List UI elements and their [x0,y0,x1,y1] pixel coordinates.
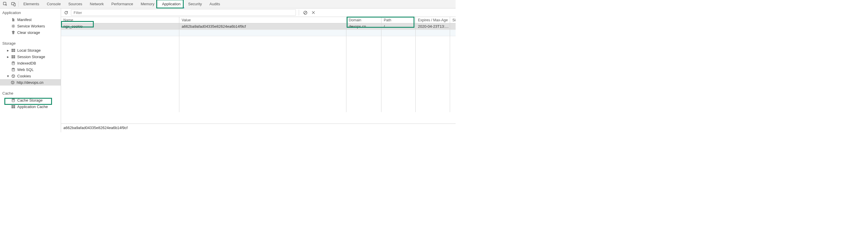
svg-point-26 [13,75,14,76]
tab-network[interactable]: Network [86,0,108,8]
refresh-icon[interactable] [63,9,69,16]
svg-rect-15 [13,49,15,50]
clear-all-icon[interactable] [302,9,308,16]
application-sidebar: Application Manifest Service Workers Cle… [0,8,61,132]
table-row[interactable]: ngx_cookie a662ba9afad04335e82624ea6b14f… [61,23,456,30]
svg-rect-13 [13,31,14,31]
svg-line-8 [12,25,12,25]
table-row-empty[interactable] [61,30,456,36]
svg-rect-35 [12,107,13,108]
col-si[interactable]: Si [450,17,456,23]
storage-icon [11,55,16,59]
sidebar-item-cache-storage[interactable]: Cache Storage [0,97,61,103]
storage-icon [11,104,16,109]
trash-icon [11,30,16,35]
col-domain[interactable]: Domain [346,17,381,23]
sidebar-item-cookie-origin[interactable]: http://devops.cn [0,79,61,86]
chevron-right-icon[interactable]: ▸ [6,55,9,59]
sidebar-item-clear-storage[interactable]: Clear storage [0,29,61,36]
section-application-title: Application [0,8,61,17]
sidebar-item-application-cache[interactable]: Application Cache [0,103,61,110]
sidebar-item-local-storage[interactable]: ▸ Local Storage [0,47,61,54]
sidebar-item-service-workers[interactable]: Service Workers [0,23,61,29]
database-icon [11,98,16,102]
col-value[interactable]: Value [179,17,346,23]
cookie-icon [11,74,16,78]
cookies-table-header: Name Value Domain Path Expires / Max-Age… [61,17,456,23]
chevron-right-icon[interactable]: ▸ [6,48,9,53]
svg-rect-20 [12,57,13,58]
svg-line-10 [14,25,14,25]
svg-point-31 [12,83,13,83]
svg-point-23 [12,68,14,69]
cookies-panel: Name Value Domain Path Expires / Max-Age… [61,8,456,132]
chevron-down-icon[interactable]: ▾ [6,74,9,78]
delete-icon[interactable] [310,9,317,16]
sidebar-item-label: Session Storage [17,55,45,59]
tab-security[interactable]: Security [184,0,206,8]
devtools-tabstrip: Elements Console Sources Network Perform… [0,0,456,8]
svg-point-27 [13,76,14,77]
storage-icon [11,48,16,53]
svg-point-3 [12,25,14,27]
sidebar-item-label: http://devops.cn [17,80,43,85]
cell-path[interactable]: / [381,23,415,30]
sidebar-item-label: Cookies [17,74,31,78]
cell-si[interactable] [450,23,456,30]
sidebar-item-indexeddb[interactable]: IndexedDB [0,60,61,66]
svg-rect-16 [12,51,13,52]
sidebar-item-session-storage[interactable]: ▸ Session Storage [0,54,61,60]
cookie-icon [10,80,15,85]
svg-point-32 [12,98,14,100]
sidebar-item-web-sql[interactable]: Web SQL [0,66,61,73]
tab-console[interactable]: Console [43,0,65,8]
cell-expires[interactable]: 2020-04-23T13:… [415,23,450,30]
tab-application[interactable]: Application [158,0,185,8]
cookie-detail-value: a662ba9afad04335e82624ea6b14f9cf [61,124,456,132]
sidebar-item-label: Cache Storage [17,98,43,102]
section-cache-title: Cache [0,89,61,97]
tab-performance[interactable]: Performance [107,0,137,8]
cookies-toolbar [61,8,456,17]
col-expires[interactable]: Expires / Max-Age [415,17,450,23]
file-icon [11,18,16,22]
gear-icon [11,24,16,28]
sidebar-item-label: Application Cache [17,104,48,109]
sidebar-item-label: Service Workers [17,24,45,28]
svg-line-11 [12,27,12,27]
cookies-table-body: ngx_cookie a662ba9afad04335e82624ea6b14f… [61,23,456,124]
col-name[interactable]: Name [61,17,179,23]
device-toolbar-icon[interactable] [9,0,18,8]
cell-name[interactable]: ngx_cookie [61,23,179,30]
svg-rect-2 [14,3,16,6]
cookies-grid: Name Value Domain Path Expires / Max-Age… [61,17,456,132]
svg-rect-19 [13,55,15,56]
svg-rect-34 [13,105,15,106]
database-icon [11,61,16,65]
sidebar-item-label: Clear storage [17,30,40,35]
inspect-element-icon[interactable] [1,0,9,8]
table-column-lines [61,36,456,112]
svg-rect-14 [12,49,13,50]
filter-input[interactable] [71,9,296,16]
tab-memory[interactable]: Memory [137,0,158,8]
cell-domain[interactable]: devops.cn [346,23,381,30]
svg-point-29 [12,82,12,82]
svg-rect-17 [13,51,15,52]
sidebar-item-label: IndexedDB [17,61,36,65]
svg-point-25 [12,75,13,75]
toolbar-separator [299,10,299,15]
tab-sources[interactable]: Sources [65,0,86,8]
cell-value[interactable]: a662ba9afad04335e82624ea6b14f9cf [179,23,346,30]
database-icon [11,67,16,72]
sidebar-item-label: Manifest [17,18,32,22]
sidebar-item-manifest[interactable]: Manifest [0,17,61,23]
tab-audits[interactable]: Audits [206,0,224,8]
sidebar-item-label: Web SQL [17,67,34,72]
section-storage-title: Storage [0,39,61,47]
sidebar-item-cookies[interactable]: ▾ Cookies [0,73,61,79]
svg-line-9 [14,27,14,27]
svg-rect-18 [12,55,13,56]
tab-elements[interactable]: Elements [20,0,43,8]
col-path[interactable]: Path [381,17,415,23]
